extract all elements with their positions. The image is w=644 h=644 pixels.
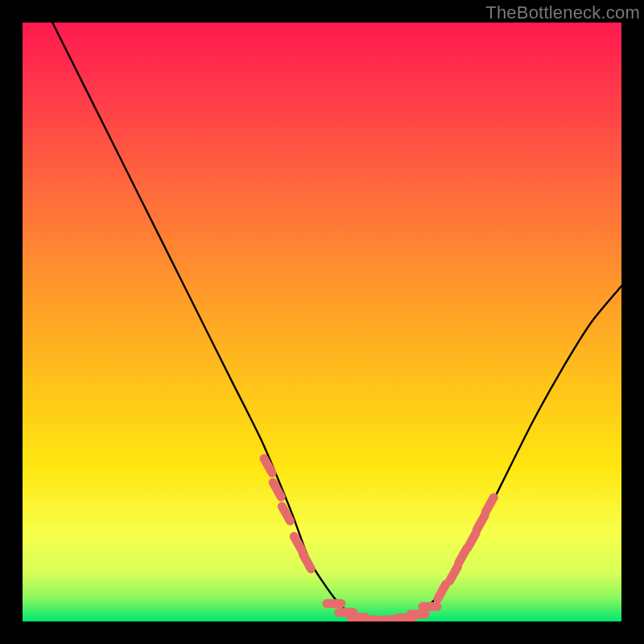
gradient-bg [23, 23, 621, 621]
chart-frame [23, 23, 621, 621]
watermark-text: TheBottleneck.com [485, 2, 640, 23]
chart-svg [23, 23, 621, 621]
